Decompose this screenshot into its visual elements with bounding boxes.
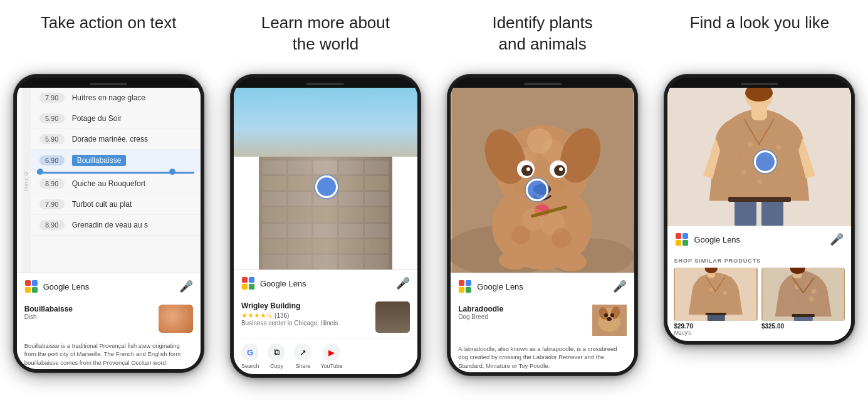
- shop-img-1: [674, 268, 758, 321]
- phone-3: Google Lens 🎤 Labradoodle Dog Breed: [447, 74, 638, 376]
- phone-3-screen: Google Lens 🎤 Labradoodle Dog Breed: [451, 88, 634, 372]
- fashion-photo: [667, 88, 851, 226]
- labradoodle-type: Dog Breed: [458, 313, 503, 320]
- search-action[interactable]: G Search: [241, 343, 259, 369]
- wrigley-title: Wrigley Building: [241, 301, 375, 310]
- menu-item: 8.90Grenadin de veau au s: [31, 215, 201, 236]
- menu-item-selected: 6.90 Bouillabaisse: [31, 150, 201, 172]
- shop-results: SHOP SIMILAR PRODUCTS: [667, 253, 851, 341]
- google-lens-icon: [24, 280, 38, 293]
- svg-rect-74: [706, 313, 726, 315]
- menu-item: 7.90Huîtres en nage glace: [31, 88, 201, 108]
- shop-price-2: $325.00: [761, 323, 845, 330]
- labradoodle-name: Labradoodle: [458, 305, 503, 313]
- phone-4-bezel: Google Lens 🎤 SHOP SIMILAR PRODUCTS: [667, 78, 851, 341]
- column-text-action: Take action on text Hors D' 7.90Huîtres …: [0, 0, 217, 403]
- speaker-bar-3: [524, 83, 562, 85]
- selected-text: Bouillabaisse: [72, 155, 127, 166]
- svg-rect-37: [459, 280, 464, 286]
- phone-2-speaker: [234, 78, 417, 88]
- svg-point-81: [792, 296, 796, 300]
- phone-4-speaker: [667, 78, 851, 88]
- google-g-icon: G: [241, 343, 259, 361]
- svg-rect-65: [676, 233, 681, 239]
- svg-rect-64: [728, 197, 791, 202]
- svg-rect-68: [682, 240, 688, 246]
- svg-point-52: [776, 145, 781, 150]
- phone-1: Hors D' 7.90Huîtres en nage glace 5.90Po…: [13, 74, 204, 373]
- svg-point-82: [809, 296, 814, 301]
- svg-rect-40: [466, 287, 471, 293]
- svg-rect-62: [735, 199, 756, 226]
- wrigley-thumb: [375, 301, 410, 333]
- speaker-bar-4: [741, 83, 778, 85]
- svg-point-53: [739, 155, 743, 159]
- mic-icon-4[interactable]: 🎤: [830, 233, 844, 246]
- labradoodle-result: Labradoodle Dog Breed: [451, 300, 634, 341]
- shop-img-2: [761, 268, 845, 321]
- svg-point-33: [552, 228, 572, 248]
- column-plants-animals: Identify plantsand animals: [434, 0, 651, 403]
- shop-store-1: Macy's: [674, 330, 758, 336]
- lens-title-3: Google Lens: [477, 282, 613, 291]
- speaker-bar: [90, 83, 127, 85]
- lens-bar-4: Google Lens 🎤: [667, 226, 851, 253]
- mic-icon-3[interactable]: 🎤: [613, 280, 627, 293]
- svg-rect-67: [676, 240, 681, 246]
- search-label: Search: [241, 363, 259, 369]
- building-photo: [234, 88, 417, 270]
- svg-point-17: [527, 128, 552, 154]
- wrigley-row: Wrigley Building ★★★★½ (136) Business ce…: [241, 301, 410, 333]
- labradoodle-desc: A labradoodle, also known as a labrapood…: [451, 341, 634, 372]
- youtube-icon: ▶: [323, 343, 340, 361]
- google-lens-icon-3: [458, 280, 472, 293]
- phone-3-bezel: Google Lens 🎤 Labradoodle Dog Breed: [451, 78, 634, 372]
- lens-title-2: Google Lens: [260, 279, 396, 288]
- main-container: Take action on text Hors D' 7.90Huîtres …: [0, 0, 868, 403]
- lens-dot-2: [315, 175, 338, 198]
- svg-rect-39: [459, 287, 464, 293]
- svg-point-35: [555, 253, 587, 271]
- mic-icon-2[interactable]: 🎤: [396, 276, 410, 290]
- svg-point-46: [604, 313, 608, 317]
- result-row-1: Bouillabaisse Dish: [24, 305, 193, 333]
- svg-rect-38: [466, 280, 471, 286]
- svg-rect-86: [792, 314, 815, 317]
- labradoodle-row: Labradoodle Dog Breed: [458, 305, 627, 336]
- svg-point-47: [610, 313, 614, 317]
- svg-rect-5: [249, 277, 254, 283]
- labradoodle-thumb: [592, 305, 627, 336]
- wrigley-subtype: Business center in Chicago, Illinois: [241, 320, 375, 327]
- result-desc-1: Bouillabaisse is a traditional Provençal…: [17, 338, 201, 369]
- youtube-action[interactable]: ▶ YouTube: [320, 343, 342, 369]
- menu-item: 5.90Potage du Soir: [31, 108, 201, 129]
- result-type-1: Dish: [24, 313, 73, 320]
- share-action[interactable]: ↗ Share: [294, 343, 311, 369]
- shop-item-2[interactable]: $325.00: [761, 268, 845, 336]
- action-buttons: G Search ⧉ Copy ↗ Share ▶: [234, 338, 417, 374]
- phone-3-speaker: [451, 78, 634, 88]
- phone-4: Google Lens 🎤 SHOP SIMILAR PRODUCTS: [664, 74, 855, 345]
- share-icon: ↗: [294, 343, 311, 361]
- svg-point-26: [526, 167, 530, 171]
- svg-point-32: [511, 226, 530, 244]
- shop-item-1[interactable]: $29.70 Macy's: [674, 268, 758, 336]
- phone-2: Google Lens 🎤 Wrigley Building ★★★★½ (13…: [230, 74, 421, 378]
- lens-dot-3: [526, 179, 548, 201]
- google-lens-icon-4: [675, 233, 689, 246]
- phone-1-screen: Hors D' 7.90Huîtres en nage glace 5.90Po…: [17, 88, 201, 369]
- svg-point-56: [741, 170, 746, 175]
- lens-title-1: Google Lens: [43, 282, 179, 291]
- svg-rect-0: [25, 280, 31, 286]
- menu-item: 5.90Dorade marinée, cress: [31, 129, 201, 150]
- lens-bar-3: Google Lens 🎤: [451, 273, 634, 300]
- result-name-1: Bouillabaisse: [24, 305, 73, 313]
- copy-action[interactable]: ⧉ Copy: [268, 343, 285, 369]
- lens-bar-2: Google Lens 🎤: [234, 270, 417, 296]
- column-world: Learn more aboutthe world: [217, 0, 434, 403]
- stars: ★★★★½: [241, 311, 272, 320]
- svg-rect-2: [25, 287, 31, 293]
- speaker-bar-2: [306, 83, 344, 85]
- mic-icon-1[interactable]: 🎤: [179, 280, 193, 293]
- svg-rect-3: [32, 287, 38, 293]
